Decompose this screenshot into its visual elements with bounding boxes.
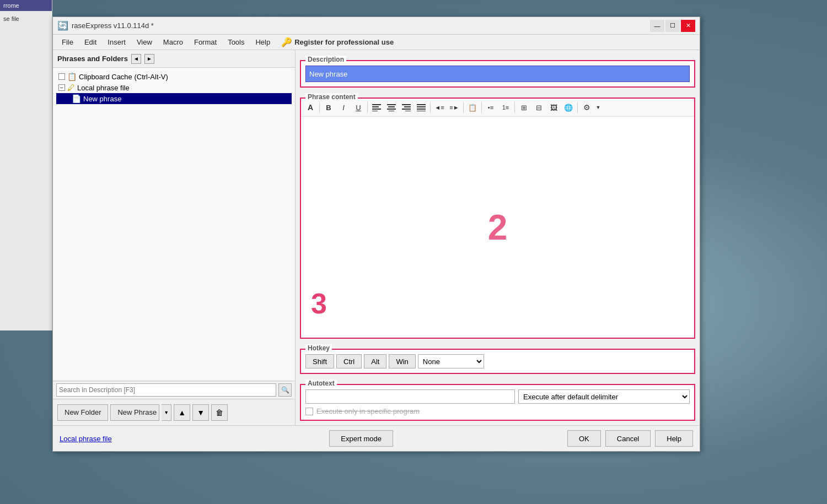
hotkey-key-dropdown[interactable]: None F1F2F3 F4F5F6: [418, 354, 484, 368]
menu-macro[interactable]: Macro: [159, 37, 187, 47]
new-phrase-button[interactable]: New Phrase: [110, 404, 159, 421]
app-window: 🔄 raseExpress v11.0.114d * — ☐ ✕ File Ed…: [52, 17, 700, 452]
align-right-icon: [402, 104, 411, 111]
nav-next-button[interactable]: ►: [144, 54, 154, 64]
search-bar: 🔍: [53, 381, 295, 399]
nav-prev-button[interactable]: ◄: [131, 54, 141, 64]
description-section: Description: [300, 60, 695, 88]
window-bottom: Local phrase file Expert mode OK Cancel …: [53, 425, 700, 451]
search-input[interactable]: [56, 383, 276, 397]
paste-plain-button[interactable]: 📋: [465, 101, 480, 114]
close-button[interactable]: ✕: [681, 20, 695, 32]
execute-checkbox-row: Execute only in specific program: [305, 407, 690, 415]
hotkey-section: Hotkey Shift Ctrl Alt Win None F1F2F3 F4…: [300, 349, 695, 374]
insert-image-button[interactable]: 🖼: [546, 101, 561, 114]
autotext-row: Execute after default delimiter Execute …: [305, 389, 690, 404]
menu-tools[interactable]: Tools: [223, 37, 249, 47]
phrase-edit-area[interactable]: 2: [301, 117, 694, 338]
delete-button[interactable]: 🗑: [211, 404, 228, 421]
bottom-right-buttons: Expert mode OK Cancel Help: [329, 430, 693, 447]
search-button[interactable]: 🔍: [278, 383, 292, 397]
hotkey-alt-button[interactable]: Alt: [364, 354, 386, 368]
hotkey-buttons: Shift Ctrl Alt Win None F1F2F3 F4F5F6: [305, 354, 690, 368]
right-panel: Description Phrase content A B I U: [296, 50, 700, 425]
align-right-button[interactable]: [399, 101, 414, 114]
hotkey-ctrl-button[interactable]: Ctrl: [336, 354, 362, 368]
tree-item-clipboard[interactable]: 📋 Clipboard Cache (Ctrl-Alt-V): [56, 71, 292, 82]
tree-item-local-phrase[interactable]: − 🖊 Local phrase file: [56, 82, 292, 93]
hotkey-shift-button[interactable]: Shift: [305, 354, 334, 368]
tree-item-new-phrase[interactable]: 📄 New phrase: [56, 93, 292, 104]
local-phrase-link[interactable]: Local phrase file: [60, 435, 112, 443]
bottom-toolbar: New Folder New Phrase ▼ ▲ ▼ 🗑: [53, 399, 295, 425]
insert-table-button[interactable]: ⊞: [517, 101, 531, 114]
phrase-content-section: Phrase content A B I U: [300, 97, 695, 339]
local-phrase-icon: 🖊: [67, 83, 75, 92]
register-text: Register for professional use: [294, 38, 394, 46]
cancel-button[interactable]: Cancel: [605, 430, 651, 447]
italic-button[interactable]: I: [336, 101, 351, 114]
execute-label: Execute only in specific program: [316, 407, 420, 415]
clipboard-label: Clipboard Cache (Ctrl-Alt-V): [79, 73, 168, 81]
insert-field-button[interactable]: ⊟: [531, 101, 546, 114]
register-link[interactable]: 🔑 Register for professional use: [281, 37, 394, 47]
menu-bar: File Edit Insert View Macro Format Tools…: [53, 35, 700, 50]
new-folder-button[interactable]: New Folder: [57, 404, 108, 421]
expert-mode-button[interactable]: Expert mode: [329, 430, 393, 447]
move-up-icon: ▲: [178, 408, 186, 417]
bold-button[interactable]: B: [321, 101, 336, 114]
partial-window-item: se file: [0, 11, 52, 26]
tree-expander-clipboard: [58, 73, 65, 80]
menu-view[interactable]: View: [132, 37, 157, 47]
hotkey-label: Hotkey: [305, 344, 332, 352]
insert-web-button[interactable]: 🌐: [561, 101, 576, 114]
main-content: Phrases and Folders ◄ ► 📋 Clipboard Cach…: [53, 50, 700, 425]
new-phrase-dropdown-button[interactable]: ▼: [162, 404, 171, 421]
autotext-execute-dropdown[interactable]: Execute after default delimiter Execute …: [518, 389, 690, 404]
bullet-list-button[interactable]: •≡: [484, 101, 498, 114]
settings-button[interactable]: ⚙: [579, 101, 594, 114]
hotkey-win-button[interactable]: Win: [389, 354, 415, 368]
execute-only-checkbox[interactable]: [305, 408, 313, 415]
indent-decrease-button[interactable]: ◄≡: [432, 101, 447, 114]
toolbar-separator-6: [514, 102, 515, 113]
phrase-content-label: Phrase content: [305, 93, 358, 101]
menu-file[interactable]: File: [57, 37, 78, 47]
move-down-button[interactable]: ▼: [192, 404, 209, 421]
move-down-icon: ▼: [197, 408, 205, 417]
tree-expander-local-phrase[interactable]: −: [58, 84, 65, 91]
indent-increase-button[interactable]: ≡►: [447, 101, 461, 114]
settings-dropdown-button[interactable]: ▼: [594, 101, 602, 114]
underline-button[interactable]: U: [351, 101, 366, 114]
ok-button[interactable]: OK: [567, 430, 601, 447]
tree-area: 📋 Clipboard Cache (Ctrl-Alt-V) − 🖊 Local…: [53, 68, 295, 381]
minimize-button[interactable]: —: [650, 20, 664, 32]
phrase-toolbar: A B I U: [301, 99, 694, 117]
description-label: Description: [305, 56, 346, 63]
menu-format[interactable]: Format: [190, 37, 221, 47]
align-left-button[interactable]: [369, 101, 384, 114]
toolbar-separator-2: [367, 102, 368, 113]
title-bar: 🔄 raseExpress v11.0.114d * — ☐ ✕: [53, 17, 700, 35]
toolbar-separator-7: [577, 102, 578, 113]
toolbar-separator-3: [430, 102, 431, 113]
maximize-button[interactable]: ☐: [665, 20, 680, 32]
step3-number: 3: [311, 288, 327, 319]
align-center-button[interactable]: [384, 101, 399, 114]
justify-button[interactable]: [414, 101, 428, 114]
title-bar-left: 🔄 raseExpress v11.0.114d *: [57, 20, 154, 31]
menu-edit[interactable]: Edit: [80, 37, 101, 47]
move-up-button[interactable]: ▲: [174, 404, 190, 421]
help-button[interactable]: Help: [655, 430, 693, 447]
numbered-list-button[interactable]: 1≡: [498, 101, 513, 114]
autotext-text-input[interactable]: [305, 389, 515, 404]
step2-number: 2: [488, 207, 508, 248]
menu-insert[interactable]: Insert: [103, 37, 130, 47]
description-input[interactable]: [305, 66, 690, 82]
new-phrase-label: New phrase: [83, 95, 121, 103]
toolbar-separator-4: [463, 102, 464, 113]
menu-help[interactable]: Help: [251, 37, 275, 47]
font-button[interactable]: A: [303, 101, 318, 114]
new-phrase-icon: 📄: [72, 94, 81, 103]
autotext-section: Autotext Execute after default delimiter…: [300, 384, 695, 421]
